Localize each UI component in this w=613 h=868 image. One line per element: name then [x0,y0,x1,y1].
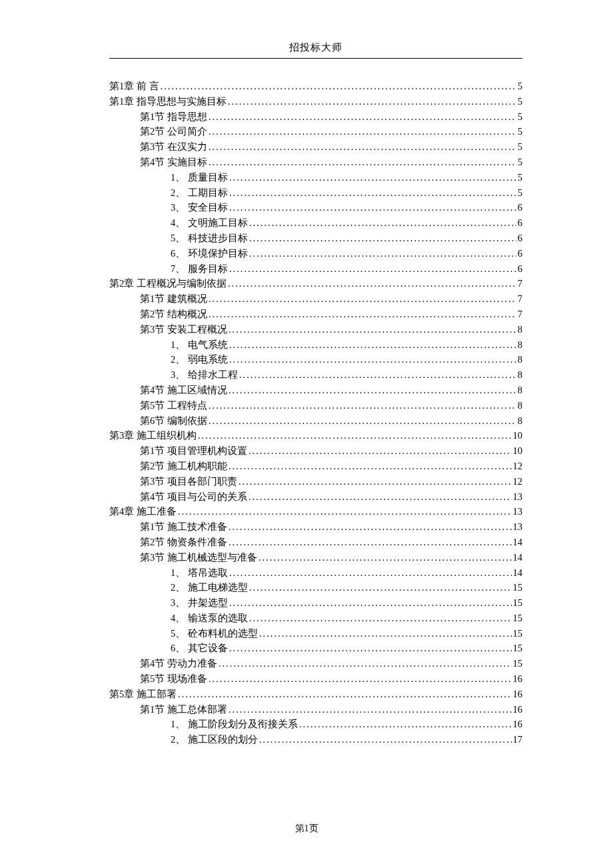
toc-leader-dots [239,370,516,380]
toc-entry-label: 第1节 指导思想 [140,112,207,122]
toc-leader-dots [229,568,512,578]
toc-entry-label: 6、 环境保护目标 [171,249,248,259]
toc-entry: 4、 文明施工目标 6 [109,218,522,228]
toc-leader-dots [229,705,512,715]
toc-entry-label: 2、 施工区段的划分 [171,735,258,745]
toc-entry: 3、 安全目标 6 [109,203,522,213]
toc-entry-label: 第2节 施工机构职能 [140,461,227,471]
toc-leader-dots [228,279,516,289]
toc-entry: 第1节 项目管理机构设置 10 [109,446,522,456]
toc-leader-dots [249,492,512,502]
toc-entry: 第4节 项目与公司的关系 13 [109,492,522,502]
toc-entry: 第5章 施工部署 16 [109,689,522,699]
toc-entry-page: 12 [513,461,523,471]
toc-entry: 第3节 安装工程概况 8 [109,325,522,335]
toc-entry-label: 1、 电气系统 [171,340,228,350]
toc-entry: 第5节 现场准备 16 [109,674,522,684]
toc-entry-label: 第2节 公司简介 [140,127,207,137]
toc-entry: 第4节 实施目标 5 [109,157,522,167]
toc-leader-dots [229,598,512,608]
document-page: 招投标大师 第1章 前 言 5第1章 指导思想与实施目标 5第1节 指导思想 5… [0,0,613,868]
toc-entry-label: 第3节 在汉实力 [140,142,207,152]
toc-entry-label: 5、 科技进步目标 [171,233,248,243]
toc-entry-label: 4、 文明施工目标 [171,218,248,228]
toc-leader-dots [229,264,516,274]
toc-entry-page: 8 [518,325,522,335]
toc-leader-dots [209,401,516,411]
toc-entry-label: 第4节 项目与公司的关系 [140,492,247,502]
toc-entry: 第1章 前 言 5 [109,81,522,91]
toc-leader-dots [209,127,516,137]
toc-entry-label: 第3节 施工机械选型与准备 [140,553,257,563]
toc-leader-dots [229,203,516,213]
toc-entry: 第3章 施工组织机构 10 [109,431,522,441]
toc-leader-dots [249,233,516,243]
toc-leader-dots [178,507,512,517]
toc-entry-label: 第4节 劳动力准备 [140,659,217,669]
toc-entry-label: 第3节 项目各部门职责 [140,477,237,487]
toc-entry-label: 第2节 物资条件准备 [140,537,227,547]
toc-entry: 4、 输送泵的选取 15 [109,613,522,623]
toc-entry-label: 5、 砼布料机的选型 [171,629,258,639]
toc-entry-label: 2、 施工电梯选型 [171,583,248,593]
toc-entry-page: 8 [518,355,522,365]
toc-entry-page: 10 [513,431,523,441]
toc-entry: 第2节 施工机构职能 12 [109,461,522,471]
toc-entry-page: 5 [518,188,522,198]
toc-entry-page: 5 [518,97,522,107]
toc-entry-label: 6、 其它设备 [171,643,228,653]
toc-entry-label: 第4章 施工准备 [109,507,177,517]
toc-leader-dots [229,340,516,350]
toc-entry-label: 第4节 施工区域情况 [140,385,227,395]
toc-entry: 第4节 施工区域情况 8 [109,385,522,395]
toc-entry-page: 14 [513,553,523,563]
toc-entry-page: 6 [518,249,522,259]
toc-entry-page: 7 [518,294,522,304]
toc-entry-page: 15 [513,613,523,623]
toc-entry-label: 第5节 现场准备 [140,674,207,684]
toc-leader-dots [249,249,516,259]
toc-entry-page: 6 [518,264,522,274]
toc-entry: 1、 质量目标 5 [109,173,522,183]
toc-leader-dots [209,309,516,319]
toc-leader-dots [249,446,512,456]
toc-entry: 第3节 在汉实力 5 [109,142,522,152]
toc-entry-page: 15 [513,659,523,669]
toc-entry-page: 15 [513,583,523,593]
toc-leader-dots [178,689,512,699]
toc-entry-page: 6 [518,233,522,243]
toc-leader-dots [228,97,516,107]
toc-entry-page: 12 [513,477,523,487]
toc-entry-label: 3、 给排水工程 [171,370,238,380]
toc-leader-dots [229,461,512,471]
toc-entry-label: 2、 弱电系统 [171,355,228,365]
toc-entry-page: 6 [518,203,522,213]
toc-entry-page: 8 [518,401,522,411]
toc-leader-dots [209,142,516,152]
toc-entry: 2、 弱电系统 8 [109,355,522,365]
toc-entry: 6、 环境保护目标 6 [109,249,522,259]
toc-leader-dots [229,385,516,395]
toc-entry-page: 6 [518,218,522,228]
toc-entry-page: 16 [513,719,523,729]
toc-entry-label: 2、 工期目标 [171,188,228,198]
toc-entry: 1、 塔吊选取 14 [109,568,522,578]
toc-entry-label: 第2章 工程概况与编制依据 [109,279,227,289]
toc-entry-label: 第4节 实施目标 [140,157,207,167]
toc-leader-dots [161,81,516,91]
toc-entry: 第2章 工程概况与编制依据 7 [109,279,522,289]
toc-entry-page: 7 [518,279,522,289]
toc-entry-page: 5 [518,81,522,91]
toc-entry-page: 14 [513,568,523,578]
toc-entry: 2、 工期目标 5 [109,188,522,198]
toc-entry-page: 14 [513,537,523,547]
toc-entry-page: 15 [513,643,523,653]
toc-entry: 1、 施工阶段划分及衔接关系 16 [109,719,522,729]
toc-leader-dots [229,355,516,365]
toc-leader-dots [209,674,512,684]
toc-entry-label: 第6节 编制依据 [140,416,207,426]
toc-entry: 2、 施工区段的划分 17 [109,735,522,745]
toc-leader-dots [259,553,512,563]
toc-leader-dots [239,477,512,487]
toc-entry-page: 8 [518,385,522,395]
